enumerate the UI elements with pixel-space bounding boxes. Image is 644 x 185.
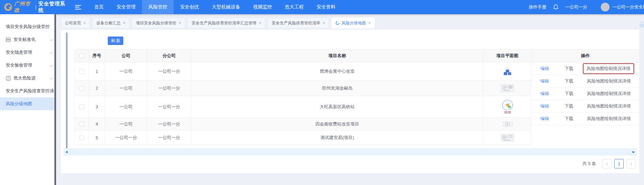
edit-link[interactable]: 编辑 [540, 66, 549, 72]
scroll-right-icon[interactable]: ▶ [633, 151, 635, 154]
cell-project: 测试建安易(项目) [191, 131, 483, 145]
risk-map-detail-link[interactable]: 风险地图绘制情况详情 [587, 66, 630, 71]
sidebar-item-safety-acceptance[interactable]: 安全验收管理 [0, 59, 55, 72]
lock-icon [639, 21, 644, 28]
row-checkbox[interactable] [79, 122, 84, 126]
edit-link[interactable]: 编辑 [540, 78, 549, 84]
sidebar-item-label: 安全标准化 [14, 37, 35, 43]
cell-branch: 一公司一分 [147, 80, 191, 96]
refresh-button[interactable]: 刷 新 [108, 37, 123, 45]
layers-icon [6, 37, 11, 42]
row-checkbox[interactable] [79, 105, 84, 109]
download-link[interactable]: 下载 [565, 78, 573, 84]
nav-item-safety-excellence[interactable]: 安全创优 [174, 0, 205, 14]
sidebar-item-label: 安全生产风险排查管控清单汇总 [6, 88, 55, 94]
sidebar-scrollbar[interactable] [54, 14, 56, 185]
row-checkbox[interactable] [79, 86, 84, 91]
risk-map-detail-link[interactable]: 风险地图绘制情况详情 [587, 91, 631, 97]
top-navbar: 广州市政 | 安全管理系统 首页 安全管理 风险管控 安全创优 大型机械设备 视… [0, 0, 644, 14]
row-checkbox[interactable] [79, 69, 84, 74]
header-branch: 分公司 [147, 49, 191, 62]
action-row: 编辑 下载 风险地图绘制情况详情 [531, 88, 639, 100]
download-link[interactable]: 下载 [565, 66, 573, 72]
download-link[interactable]: 下载 [565, 91, 573, 97]
close-icon[interactable]: × [259, 21, 261, 25]
content-card: 刷 新 序号 公司 分公司 项目名称 项目平面图 1 一公司 一公司一分 琶洲会… [61, 30, 639, 173]
sidebar-item-safety-standardization[interactable]: 安全标准化 [0, 33, 55, 46]
horizontal-scrollbar[interactable]: ◀ ▶ [64, 148, 637, 156]
sidebar-item-risk-grading-map[interactable]: 风险分级地图 [0, 97, 55, 110]
plan-thumbnail-floor-plan[interactable] [501, 134, 514, 141]
tab-project-risk-grading[interactable]: 项目安全风险分级管控 × [132, 18, 185, 28]
nav-item-safety-mgmt[interactable]: 安全管理 [110, 0, 142, 14]
close-icon[interactable]: × [83, 21, 86, 25]
page-number-button[interactable]: 1 [614, 159, 624, 168]
detail-highlight-box: 风险地图绘制情况详情 [583, 63, 634, 74]
tab-label: 公司首页 [65, 20, 81, 26]
hamburger-icon[interactable] [75, 5, 81, 9]
download-link[interactable]: 下载 [565, 116, 573, 122]
chevron-down-icon [50, 77, 53, 79]
risk-map-detail-link[interactable]: 风险地图绘制情况详情 [587, 78, 631, 84]
select-all-checkbox[interactable] [79, 53, 84, 58]
nav-item-large-machinery[interactable]: 大型机械设备 [205, 0, 247, 14]
chevron-down-icon [50, 38, 53, 41]
risk-map-detail-link[interactable]: 风险地图绘制情况详情 [587, 116, 631, 122]
panel-scrollbar-thumb[interactable] [66, 32, 68, 149]
action-row: 编辑 下载 风险地图绘制情况详情 [531, 63, 639, 75]
plan-thumbnail-blue-drums[interactable] [502, 67, 513, 76]
sidebar: 项目安全风险分级管控 安全标准化 安全隐患管理 安全验收管理 危大危险源 [0, 14, 55, 185]
cell-project: 大旺高新区高铁站 [191, 96, 483, 117]
nav-item-safety-docs[interactable]: 安全资料 [310, 0, 342, 14]
nav-item-major-hazard-project[interactable]: 危大工程 [278, 0, 310, 14]
tab-bar: 公司首页 × 设备台账汇总 × 项目安全风险分级管控 × 安全生产风险排查管控清… [56, 14, 644, 30]
sidebar-item-label: 项目安全风险分级管控 [6, 24, 50, 30]
manual-link[interactable]: 操作手册 [529, 4, 546, 10]
close-icon[interactable]: × [123, 21, 125, 25]
loading-spinner-icon [336, 21, 340, 25]
sidebar-item-risk-checklist-summary[interactable]: 安全生产风险排查管控清单汇总 [0, 85, 55, 97]
header-actions: 操作 [531, 49, 639, 63]
tab-label: 安全生产风险排查管控清单 [272, 20, 320, 26]
edit-link[interactable]: 编辑 [540, 116, 549, 122]
sidebar-item-label: 风险分级地图 [6, 101, 32, 107]
tab-checklist[interactable]: 安全生产风险排查管控清单 × [268, 18, 329, 28]
risk-map-detail-link[interactable]: 风险地图绘制情况详情 [587, 103, 631, 109]
tab-risk-grading-map[interactable]: 风险分级地图 × [331, 18, 375, 28]
close-icon[interactable]: × [179, 21, 181, 25]
next-page-button[interactable]: › [626, 159, 636, 168]
user-name[interactable]: 一公司一分安全部 [612, 4, 644, 10]
avatar[interactable] [601, 3, 610, 11]
header-project: 项目名称 [191, 49, 483, 62]
document-icon [6, 76, 11, 81]
row-checkbox[interactable] [79, 135, 84, 140]
plan-thumbnail-small-photo[interactable] [502, 121, 513, 127]
edit-link[interactable]: 编辑 [540, 91, 549, 97]
tab-equipment-ledger[interactable]: 设备台账汇总 × [92, 18, 129, 28]
nav-item-video-monitor[interactable]: 视频监控 [247, 0, 278, 14]
close-icon[interactable]: × [368, 21, 371, 25]
chevron-down-icon [50, 64, 53, 67]
org-switcher[interactable]: 一公司一分 [565, 4, 587, 10]
nav-item-home[interactable]: 首页 [88, 0, 110, 14]
sidebar-item-project-risk-grading[interactable]: 项目安全风险分级管控 [0, 20, 55, 33]
close-icon[interactable]: × [323, 21, 325, 25]
bell-icon[interactable] [553, 4, 559, 10]
prev-page-button[interactable]: ‹ [602, 159, 612, 168]
sidebar-item-major-hazard-source[interactable]: 危大危险源 [0, 72, 55, 85]
actions-fixed-column: 操作 编辑 下载 风险地图绘制情况详情 编辑 下载 风险地图绘制情况详情 编辑 … [531, 49, 639, 145]
tab-company-home[interactable]: 公司首页 × [61, 18, 90, 28]
sidebar-item-label: 安全验收管理 [6, 62, 32, 68]
nav-item-risk-control[interactable]: 风险管控 [142, 0, 174, 14]
tab-checklist-summary-mgmt[interactable]: 安全生产风险排查管控清单汇总管理 × [188, 18, 265, 28]
download-link[interactable]: 下载 [565, 103, 573, 109]
sidebar-item-hidden-danger[interactable]: 安全隐患管理 [0, 46, 55, 59]
logo-icon [4, 3, 12, 11]
cell-index: 2 [89, 80, 105, 96]
app-title: 安全管理系统 [39, 1, 66, 14]
plan-thumbnail-round-logo[interactable] [501, 99, 514, 115]
scroll-left-icon[interactable]: ◀ [65, 151, 68, 154]
sidebar-item-label: 安全隐患管理 [6, 49, 32, 55]
plan-thumbnail-floor-plan[interactable] [501, 85, 514, 92]
edit-link[interactable]: 编辑 [540, 103, 549, 109]
